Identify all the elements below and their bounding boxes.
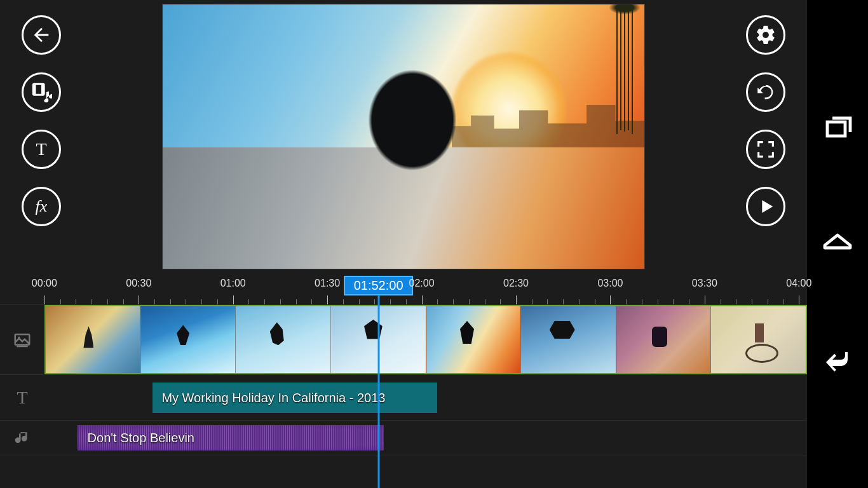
- svg-rect-5: [827, 122, 845, 136]
- text-track: T My Working Holiday In California - 201…: [0, 375, 807, 421]
- text-icon: T: [36, 139, 46, 159]
- audio-track-icon: [0, 421, 44, 456]
- video-thumb-snowboarder[interactable]: [235, 306, 330, 373]
- media-button[interactable]: [22, 72, 61, 112]
- svg-rect-1: [33, 84, 36, 95]
- timeline: 01:52:00 00:0000:3001:0001:3002:0002:300…: [0, 273, 807, 488]
- ruler-label: 01:00: [220, 278, 246, 289]
- playhead-time: 01:52:00: [354, 278, 403, 292]
- editor: T fx: [0, 0, 807, 488]
- video-clip-strip[interactable]: [44, 305, 807, 374]
- text-track-body[interactable]: My Working Holiday In California - 2013: [44, 375, 807, 420]
- app-root: T fx: [0, 0, 868, 488]
- text-clip-label: My Working Holiday In California - 2013: [161, 391, 385, 405]
- gear-icon: [755, 24, 776, 46]
- android-nav-bar: [807, 0, 868, 488]
- fullscreen-button[interactable]: [746, 130, 785, 169]
- video-thumb-city-bokeh[interactable]: [616, 306, 711, 373]
- arrow-left-icon: [31, 24, 52, 46]
- fx-icon: fx: [36, 197, 48, 216]
- play-icon: [755, 196, 776, 217]
- nav-back-button[interactable]: [822, 343, 853, 376]
- play-button[interactable]: [746, 187, 785, 226]
- ruler-label: 04:00: [786, 278, 811, 289]
- svg-rect-2: [41, 84, 44, 95]
- audio-clip[interactable]: Don't Stop Believin: [78, 425, 384, 451]
- film-music-icon: [31, 81, 52, 103]
- text-button[interactable]: T: [22, 130, 61, 169]
- preview-panel: [83, 0, 724, 273]
- video-thumb-skateboarder[interactable]: [426, 306, 521, 373]
- preview-canvas[interactable]: [162, 4, 645, 269]
- ruler-label: 00:00: [32, 278, 57, 289]
- video-thumb-fisher-sunset[interactable]: [46, 306, 140, 373]
- audio-track-body[interactable]: Don't Stop Believin: [44, 421, 807, 456]
- audio-track: Don't Stop Believin: [0, 421, 807, 456]
- ruler-label: 02:30: [503, 278, 529, 289]
- ruler-label: 01:30: [315, 278, 340, 289]
- video-thumb-cyclist[interactable]: [710, 306, 806, 373]
- ruler-label: 03:30: [692, 278, 717, 289]
- recent-apps-button[interactable]: [822, 112, 853, 145]
- recent-apps-icon: [822, 112, 853, 142]
- svg-point-4: [18, 336, 20, 338]
- timeline-ruler[interactable]: 01:52:00 00:0000:3001:0001:3002:0002:300…: [0, 273, 807, 305]
- audio-clip-label: Don't Stop Believin: [88, 431, 194, 445]
- text-clip[interactable]: My Working Holiday In California - 2013: [153, 383, 437, 413]
- video-thumb-skydiver[interactable]: [520, 306, 616, 373]
- home-button[interactable]: [822, 227, 853, 261]
- undo-icon: [755, 81, 776, 103]
- ruler-label: 02:00: [409, 278, 435, 289]
- fullscreen-icon: [755, 139, 776, 160]
- ruler-label: 03:00: [597, 278, 623, 289]
- home-icon: [822, 227, 853, 258]
- preview-area: T fx: [0, 0, 807, 273]
- back-button[interactable]: [22, 15, 61, 55]
- playhead-time-chip[interactable]: 01:52:00: [344, 276, 414, 295]
- settings-button[interactable]: [746, 15, 785, 55]
- fx-button[interactable]: fx: [22, 187, 61, 226]
- right-toolbar: [724, 0, 807, 273]
- music-icon: [13, 429, 32, 448]
- picture-icon: [13, 330, 32, 349]
- undo-button[interactable]: [746, 72, 785, 112]
- left-toolbar: T fx: [0, 0, 83, 273]
- text-track-icon: T: [0, 375, 44, 420]
- ruler-label: 00:30: [126, 278, 151, 289]
- video-thumb-surfer[interactable]: [140, 306, 236, 373]
- video-track: [0, 305, 807, 375]
- nav-back-icon: [822, 343, 853, 374]
- video-thumb-bmx[interactable]: [330, 306, 426, 373]
- video-track-icon: [0, 305, 44, 374]
